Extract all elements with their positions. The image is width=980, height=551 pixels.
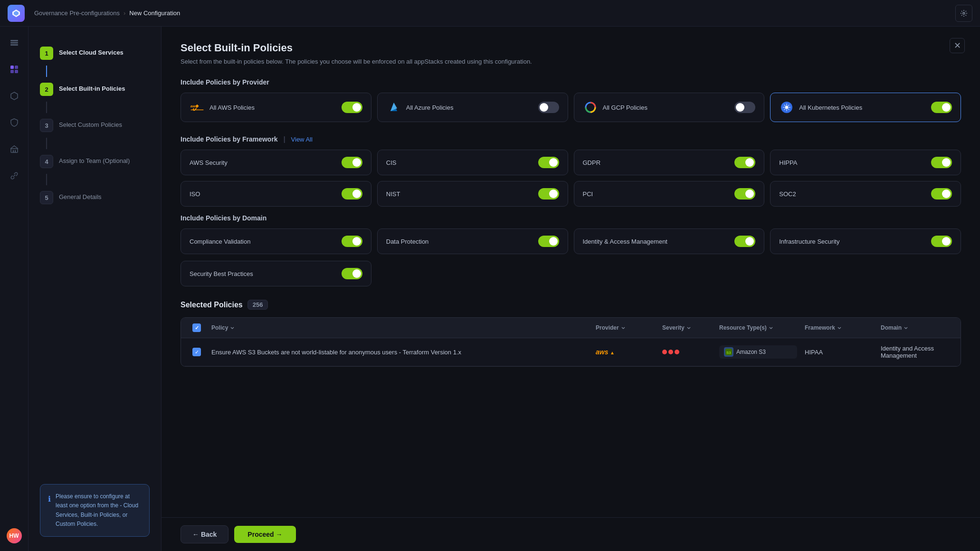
avatar[interactable]: HW bbox=[7, 528, 22, 543]
policies-table: ✓ Policy Provider Severity Resource Type… bbox=[181, 317, 961, 367]
domain-label-security-best: Security Best Practices bbox=[190, 270, 253, 277]
step-2[interactable]: 2 Select Built-in Policies bbox=[40, 77, 150, 102]
domain-card-infrastructure[interactable]: Infrastructure Security bbox=[770, 228, 961, 254]
framework-card-aws-security[interactable]: AWS Security bbox=[181, 150, 371, 175]
step-5[interactable]: 5 General Details bbox=[40, 185, 150, 210]
selected-policies-title: Selected Policies bbox=[181, 301, 243, 309]
link-icon[interactable] bbox=[6, 167, 23, 184]
k8s-toggle[interactable] bbox=[931, 102, 952, 113]
domain-section-label: Include Policies by Domain bbox=[181, 214, 961, 222]
framework-card-pci[interactable]: PCI bbox=[574, 181, 765, 207]
select-all-checkbox[interactable]: ✓ bbox=[192, 323, 201, 332]
step-2-number: 2 bbox=[40, 83, 53, 96]
aws-label: All AWS Policies bbox=[209, 104, 255, 111]
stack-icon[interactable] bbox=[6, 61, 23, 78]
domain-toggle-compliance[interactable] bbox=[342, 236, 362, 247]
domain-card-compliance[interactable]: Compliance Validation bbox=[181, 228, 371, 254]
framework-label-hippa: HIPPA bbox=[779, 159, 797, 166]
settings-button[interactable] bbox=[955, 5, 972, 22]
view-all-link[interactable]: View All bbox=[291, 136, 313, 143]
framework-card-hippa[interactable]: HIPPA bbox=[770, 150, 961, 175]
th-checkbox: ✓ bbox=[189, 318, 208, 338]
framework-label-aws-security: AWS Security bbox=[190, 159, 228, 166]
svg-point-0 bbox=[963, 12, 965, 14]
bottom-bar: ← Back Proceed → bbox=[162, 517, 980, 551]
azure-toggle[interactable] bbox=[538, 102, 559, 113]
framework-card-gdpr[interactable]: GDPR bbox=[574, 150, 765, 175]
s3-icon: S3 bbox=[724, 347, 733, 357]
framework-toggle-hippa[interactable] bbox=[931, 157, 952, 168]
domain-toggle-iam[interactable] bbox=[734, 236, 755, 247]
domain-grid-row2: Security Best Practices bbox=[181, 261, 961, 286]
aws-provider-label: aws bbox=[596, 348, 608, 356]
framework-toggle-cis[interactable] bbox=[538, 157, 559, 168]
framework-toggle-aws-security[interactable] bbox=[342, 157, 362, 168]
framework-label-iso: ISO bbox=[190, 190, 200, 198]
gcp-toggle[interactable] bbox=[734, 102, 755, 113]
th-severity[interactable]: Severity bbox=[658, 318, 715, 338]
step-1-label: Select Cloud Services bbox=[59, 47, 124, 57]
td-resource: S3 Amazon S3 bbox=[715, 339, 801, 365]
domain-toggle-infrastructure[interactable] bbox=[931, 236, 952, 247]
framework-label-soc2: SOC2 bbox=[779, 190, 796, 198]
provider-card-gcp[interactable]: All GCP Policies bbox=[574, 93, 765, 122]
back-button[interactable]: ← Back bbox=[181, 525, 228, 543]
domain-card-security-best[interactable]: Security Best Practices bbox=[181, 261, 371, 286]
provider-card-azure[interactable]: All Azure Policies bbox=[377, 93, 568, 122]
shield-icon[interactable] bbox=[6, 114, 23, 131]
framework-card-iso[interactable]: ISO bbox=[181, 181, 371, 207]
domain-toggle-data-protection[interactable] bbox=[538, 236, 559, 247]
framework-card-soc2[interactable]: SOC2 bbox=[770, 181, 961, 207]
svg-rect-1 bbox=[10, 40, 18, 41]
provider-section-label: Include Policies by Provider bbox=[181, 78, 961, 86]
k8s-label: All Kubernetes Policies bbox=[799, 104, 862, 111]
th-policy[interactable]: Policy bbox=[208, 318, 592, 338]
close-button[interactable]: ✕ bbox=[950, 38, 965, 53]
td-checkbox[interactable]: ✓ bbox=[189, 341, 208, 363]
step-1-number: 1 bbox=[40, 47, 53, 60]
framework-toggle-gdpr[interactable] bbox=[734, 157, 755, 168]
step-3[interactable]: 3 Select Custom Policies bbox=[40, 113, 150, 138]
svg-rect-5 bbox=[15, 66, 18, 69]
gcp-label: All GCP Policies bbox=[603, 104, 647, 111]
selected-policies-count: 256 bbox=[247, 300, 268, 310]
framework-card-nist[interactable]: NIST bbox=[377, 181, 568, 207]
domain-label-iam: Identity & Access Management bbox=[583, 238, 667, 245]
hexagon-icon[interactable] bbox=[6, 87, 23, 104]
provider-card-k8s[interactable]: All Kubernetes Policies bbox=[770, 93, 961, 122]
domain-grid: Compliance Validation Data Protection Id… bbox=[181, 228, 961, 254]
framework-section-label: Include Policies by Framework | View All bbox=[181, 135, 961, 143]
provider-card-aws[interactable]: aws All AWS Policies bbox=[181, 93, 371, 122]
th-domain[interactable]: Domain bbox=[877, 318, 953, 338]
framework-toggle-iso[interactable] bbox=[342, 188, 362, 200]
provider-card-k8s-left: All Kubernetes Policies bbox=[779, 100, 862, 115]
domain-toggle-security-best[interactable] bbox=[342, 268, 362, 279]
svg-text:aws: aws bbox=[190, 104, 198, 108]
breadcrumb-parent[interactable]: Governance Pre-configurations bbox=[34, 10, 120, 17]
framework-toggle-pci[interactable] bbox=[734, 188, 755, 200]
framework-card-cis[interactable]: CIS bbox=[377, 150, 568, 175]
gcp-icon bbox=[583, 100, 598, 115]
proceed-button[interactable]: Proceed → bbox=[234, 526, 295, 543]
bank-icon[interactable] bbox=[6, 141, 23, 158]
layers-icon[interactable] bbox=[6, 34, 23, 51]
row-checkbox[interactable]: ✓ bbox=[192, 348, 201, 356]
main-layout: HW 1 Select Cloud Services 2 Select Buil… bbox=[0, 27, 980, 551]
th-resource[interactable]: Resource Type(s) bbox=[715, 318, 801, 338]
step-1[interactable]: 1 Select Cloud Services bbox=[40, 41, 150, 66]
domain-card-iam[interactable]: Identity & Access Management bbox=[574, 228, 765, 254]
step-3-label: Select Custom Policies bbox=[59, 119, 122, 129]
svg-rect-8 bbox=[11, 149, 18, 152]
framework-toggle-soc2[interactable] bbox=[931, 188, 952, 200]
table-header: ✓ Policy Provider Severity Resource Type… bbox=[181, 318, 961, 338]
svg-rect-6 bbox=[10, 70, 14, 73]
domain-card-data-protection[interactable]: Data Protection bbox=[377, 228, 568, 254]
th-provider[interactable]: Provider bbox=[592, 318, 658, 338]
th-framework[interactable]: Framework bbox=[801, 318, 877, 338]
provider-card-aws-left: aws All AWS Policies bbox=[190, 100, 255, 115]
aws-toggle[interactable] bbox=[342, 102, 362, 113]
step-4[interactable]: 4 Assign to Team (Optional) bbox=[40, 149, 150, 174]
framework-toggle-nist[interactable] bbox=[538, 188, 559, 200]
step-5-label: General Details bbox=[59, 191, 102, 201]
svg-rect-2 bbox=[10, 42, 18, 44]
